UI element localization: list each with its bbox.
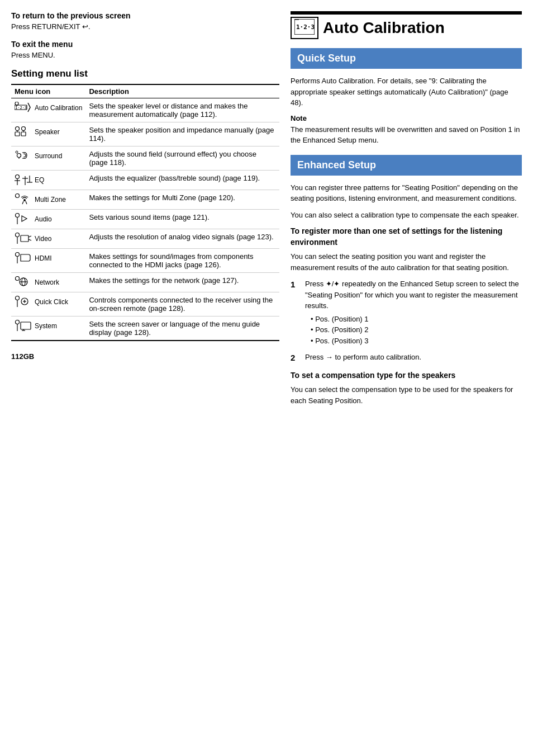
return-body: Press RETURN/EXIT ↩. xyxy=(11,22,279,31)
menu-icon-auto-calibration: 1·2·3 xyxy=(15,102,32,114)
step2: 2 Press → to perform auto calibration. xyxy=(291,352,522,365)
svg-point-20 xyxy=(16,194,20,198)
icon-label: HDMI xyxy=(35,254,52,262)
header-icon: 1·2·3 xyxy=(291,17,318,39)
menu-icon-video xyxy=(15,233,32,245)
svg-point-2 xyxy=(15,102,18,105)
icon-cell: EQ xyxy=(11,171,85,190)
enhanced-setup-header: Enhanced Setup xyxy=(291,155,522,176)
svg-line-31 xyxy=(28,239,31,240)
icon-wrap: Video xyxy=(15,233,82,245)
page-header: 1·2·3 Auto Calibration xyxy=(291,17,522,39)
svg-point-12 xyxy=(16,151,18,153)
right-column: 1·2·3 Auto Calibration Quick Setup Perfo… xyxy=(291,11,522,745)
description-cell: Sets the speaker level or distance and m… xyxy=(85,98,279,122)
register-text: You can select the seating position you … xyxy=(291,251,522,273)
table-row: Multi ZoneMakes the settings for Multi Z… xyxy=(11,190,279,210)
table-row: SystemSets the screen saver or language … xyxy=(11,316,279,341)
icon-cell: Video xyxy=(11,229,85,249)
step1-num: 1 xyxy=(291,278,301,346)
icon-wrap: Multi Zone xyxy=(15,193,82,206)
enhanced-text1: You can register three patterns for "Sea… xyxy=(291,182,522,204)
icon-label: Speaker xyxy=(35,128,60,136)
icon-wrap: EQ xyxy=(15,174,82,186)
list-item: Pos. (Position) 1 xyxy=(311,314,522,325)
note-text: The measurement results will be overwrit… xyxy=(291,124,522,146)
svg-point-34 xyxy=(16,277,20,281)
page-title: Auto Calibration xyxy=(323,19,445,37)
svg-point-32 xyxy=(16,253,20,257)
icon-wrap: HDMI xyxy=(15,252,82,264)
table-row: NetworkMakes the settings for the networ… xyxy=(11,273,279,292)
note-label: Note xyxy=(291,114,522,122)
menu-icon-hdmi xyxy=(15,252,32,264)
svg-point-8 xyxy=(22,127,26,131)
icon-label: System xyxy=(35,322,57,330)
icon-wrap: 1·2·3Auto Calibration xyxy=(15,102,82,114)
description-cell: Controls components connected to the rec… xyxy=(85,292,279,316)
icon-cell: System xyxy=(11,316,85,341)
table-row: Quick ClickControls components connected… xyxy=(11,292,279,316)
menu-icon-audio xyxy=(15,213,32,225)
svg-text:1·2·3: 1·2·3 xyxy=(15,106,27,110)
step2-num: 2 xyxy=(291,352,301,365)
step1: 1 Press ✦/✦ repeatedly on the Enhanced S… xyxy=(291,278,522,346)
icon-cell: Speaker xyxy=(11,122,85,147)
comp-text: You can select the compensation type to … xyxy=(291,384,522,406)
menu-icon-network xyxy=(15,276,32,289)
step1-text: Press ✦/✦ repeatedly on the Enhanced Set… xyxy=(305,280,519,310)
icon-cell: Surround xyxy=(11,147,85,171)
icon-cell: Audio xyxy=(11,210,85,229)
svg-point-10 xyxy=(17,154,21,158)
svg-line-23 xyxy=(26,201,27,204)
top-bar xyxy=(291,11,522,15)
icon-wrap: Audio xyxy=(15,213,82,225)
table-row: SurroundAdjusts the sound field (surroun… xyxy=(11,147,279,171)
svg-line-22 xyxy=(22,201,23,204)
description-cell: Sets various sound items (page 121). xyxy=(85,210,279,229)
table-row: SpeakerSets the speaker position and imp… xyxy=(11,122,279,147)
comp-title: To set a compensation type for the speak… xyxy=(291,370,522,381)
icon-cell: HDMI xyxy=(11,249,85,273)
svg-text:1·2·3: 1·2·3 xyxy=(296,23,315,31)
svg-rect-7 xyxy=(21,132,26,136)
page: To return to the previous screen Press R… xyxy=(0,0,533,756)
register-title: To register more than one set of setting… xyxy=(291,226,522,248)
page-number: 112GB xyxy=(11,352,279,361)
quick-setup-header: Quick Setup xyxy=(291,48,522,69)
icon-label: Quick Click xyxy=(35,298,68,306)
table-row: 1·2·3Auto CalibrationSets the speaker le… xyxy=(11,98,279,122)
icon-cell: Network xyxy=(11,273,85,292)
svg-point-43 xyxy=(16,320,20,324)
table-row: VideoAdjusts the resolution of analog vi… xyxy=(11,229,279,249)
svg-rect-29 xyxy=(21,235,28,242)
icon-cell: 1·2·3Auto Calibration xyxy=(11,98,85,122)
exit-body: Press MENU. xyxy=(11,51,279,59)
description-cell: Makes settings for sound/images from com… xyxy=(85,249,279,273)
svg-marker-26 xyxy=(22,216,27,221)
description-cell: Makes the settings for Multi Zone (page … xyxy=(85,190,279,210)
icon-label: Auto Calibration xyxy=(35,104,82,112)
menu-icon-surround xyxy=(15,150,32,162)
return-title: To return to the previous screen xyxy=(11,11,279,20)
svg-point-13 xyxy=(16,175,20,179)
svg-line-30 xyxy=(28,236,31,237)
table-row: EQAdjusts the equalizer (bass/treble sou… xyxy=(11,171,279,190)
menu-icon-multi-zone xyxy=(15,193,32,206)
icon-cell: Multi Zone xyxy=(11,190,85,210)
icon-wrap: Quick Click xyxy=(15,296,82,308)
description-cell: Makes the settings for the network (page… xyxy=(85,273,279,292)
icon-wrap: Speaker xyxy=(15,126,82,138)
svg-point-27 xyxy=(16,233,20,237)
svg-rect-6 xyxy=(15,132,20,136)
enhanced-text2: You can also select a calibration type t… xyxy=(291,210,522,221)
step1-content: Press ✦/✦ repeatedly on the Enhanced Set… xyxy=(305,278,522,346)
menu-icon-quick-click xyxy=(15,296,32,308)
svg-point-21 xyxy=(23,199,26,201)
quick-setup-text: Performs Auto Calibration. For details, … xyxy=(291,75,522,108)
icon-label: EQ xyxy=(35,176,44,184)
description-cell: Adjusts the sound field (surround effect… xyxy=(85,147,279,171)
menu-icon-system xyxy=(15,320,32,332)
icon-label: Multi Zone xyxy=(35,196,66,204)
menu-icon-eq xyxy=(15,174,32,186)
